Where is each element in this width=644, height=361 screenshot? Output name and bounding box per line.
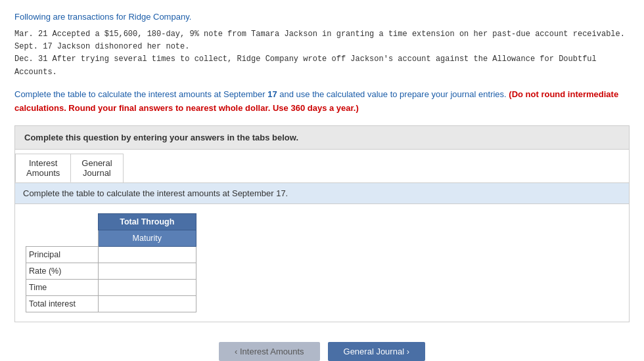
tab-content-header: Complete the table to calculate the inte… — [15, 183, 629, 204]
tab-interest-amounts[interactable]: InterestAmounts — [15, 154, 71, 182]
row-input-3[interactable] — [103, 299, 192, 309]
tabs-row: InterestAmounts GeneralJournal — [15, 150, 629, 183]
instruction-part1: Complete the table to calculate the inte… — [14, 89, 267, 99]
transaction-line-2: Sept. 17 Jackson dishonored her note. — [14, 41, 630, 53]
intro-label: Following are transactions for Ridge Com… — [14, 12, 630, 22]
instruction-part2: and use the calculated value to prepare … — [277, 89, 509, 99]
row-label-2: Time — [26, 280, 99, 296]
row-input-2[interactable] — [103, 282, 192, 293]
bottom-nav: ‹ Interest Amounts General Journal › — [14, 342, 630, 361]
row-input-cell-0[interactable] — [98, 247, 196, 263]
col-header-sub: Maturity — [98, 230, 196, 247]
row-input-cell-2[interactable] — [98, 280, 196, 296]
row-label-3: Total interest — [26, 296, 99, 312]
row-label-1: Rate (%) — [26, 263, 99, 280]
tab-content-body: Total Through Maturity PrincipalRate (%)… — [15, 204, 629, 322]
next-arrow: › — [404, 347, 409, 356]
instruction-highlight: 17 — [267, 89, 277, 99]
row-input-0[interactable] — [103, 249, 192, 260]
tab-general-journal[interactable]: GeneralJournal — [70, 154, 123, 182]
row-label-0: Principal — [26, 247, 99, 263]
col-header-main: Total Through — [98, 214, 196, 230]
interest-table: Total Through Maturity PrincipalRate (%)… — [26, 213, 196, 312]
question-box: Complete this question by entering your … — [14, 125, 630, 150]
prev-arrow: ‹ — [235, 347, 240, 356]
row-input-cell-3[interactable] — [98, 296, 196, 312]
tabs-container: InterestAmounts GeneralJournal Complete … — [14, 150, 630, 322]
question-box-text: Complete this question by entering your … — [24, 133, 298, 142]
transaction-line-1: Mar. 21 Accepted a $15,600, 180-day, 9% … — [14, 28, 630, 41]
transaction-line-4: Accounts. — [14, 66, 630, 79]
transactions-block: Mar. 21 Accepted a $15,600, 180-day, 9% … — [14, 28, 630, 79]
next-button[interactable]: General Journal › — [328, 342, 425, 361]
transaction-line-3: Dec. 31 After trying several times to co… — [14, 53, 630, 66]
row-input-1[interactable] — [103, 266, 192, 276]
next-label: General Journal — [344, 347, 405, 356]
row-input-cell-1[interactable] — [98, 263, 196, 280]
prev-button[interactable]: ‹ Interest Amounts — [219, 342, 320, 361]
prev-label: Interest Amounts — [240, 347, 304, 356]
instruction-text: Complete the table to calculate the inte… — [14, 88, 630, 116]
